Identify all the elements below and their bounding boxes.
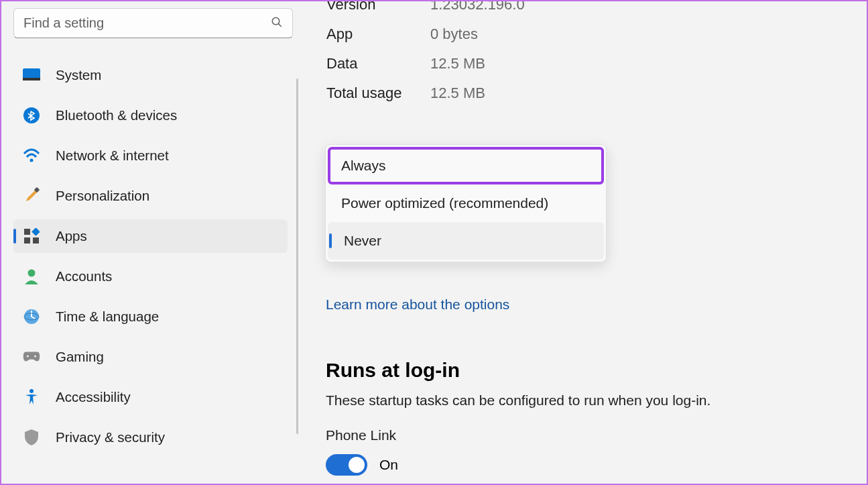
toggle-state-label: On	[379, 457, 398, 473]
dropdown-option-label: Always	[341, 158, 386, 173]
settings-nav: System Bluetooth & devices Network & int…	[13, 58, 288, 454]
sidebar-item-privacy[interactable]: Privacy & security	[13, 421, 288, 454]
info-label-app: App	[326, 25, 430, 43]
accessibility-icon	[23, 388, 40, 406]
settings-sidebar: System Bluetooth & devices Network & int…	[1, 1, 300, 484]
learn-more-block: Learn more about the options	[326, 297, 509, 313]
info-value-app: 0 bytes	[430, 25, 847, 43]
svg-point-11	[28, 270, 36, 277]
sidebar-item-label: Accessibility	[56, 389, 131, 405]
wifi-icon	[23, 147, 40, 164]
background-permissions-dropdown[interactable]: Always Power optimized (recommended) Nev…	[325, 144, 607, 262]
svg-point-0	[272, 17, 280, 25]
info-label-total: Total usage	[326, 85, 430, 102]
sidebar-item-network[interactable]: Network & internet	[13, 139, 288, 172]
sidebar-item-label: Time & language	[56, 309, 159, 325]
sidebar-item-label: Gaming	[56, 349, 104, 365]
info-value-data: 12.5 MB	[430, 55, 847, 72]
search-field-container[interactable]	[13, 8, 293, 38]
sidebar-item-label: Apps	[56, 228, 87, 244]
sidebar-item-personalization[interactable]: Personalization	[13, 179, 288, 213]
svg-rect-9	[24, 237, 30, 244]
runs-at-login-section: Runs at log-in These startup tasks can b…	[326, 359, 710, 476]
clock-globe-icon	[23, 308, 40, 325]
sidebar-item-apps[interactable]: Apps	[13, 219, 288, 253]
search-icon	[271, 16, 283, 31]
sidebar-item-label: Bluetooth & devices	[56, 107, 177, 123]
sidebar-item-accessibility[interactable]: Accessibility	[13, 380, 288, 414]
svg-rect-3	[23, 78, 40, 80]
svg-point-14	[27, 356, 29, 358]
sidebar-item-accounts[interactable]: Accounts	[13, 260, 288, 293]
sidebar-item-label: Network & internet	[56, 148, 169, 164]
startup-task-label: Phone Link	[326, 427, 710, 443]
phone-link-toggle[interactable]	[326, 454, 367, 476]
info-value-version: 1.23032.196.0	[430, 1, 847, 13]
dropdown-option-label: Never	[341, 233, 381, 248]
svg-point-5	[30, 159, 34, 162]
svg-rect-10	[33, 237, 39, 244]
sidebar-item-gaming[interactable]: Gaming	[13, 340, 288, 374]
dropdown-option-always[interactable]: Always	[328, 147, 604, 184]
info-label-data: Data	[326, 55, 430, 72]
sidebar-item-bluetooth[interactable]: Bluetooth & devices	[13, 99, 288, 132]
dropdown-option-never[interactable]: Never	[328, 222, 604, 260]
scrollbar-track[interactable]	[296, 78, 298, 434]
search-input[interactable]	[23, 15, 271, 31]
system-icon	[23, 66, 40, 84]
bluetooth-icon	[23, 107, 40, 124]
svg-point-16	[29, 389, 34, 393]
startup-task-toggle-row: On	[326, 454, 710, 476]
paintbrush-icon	[23, 187, 40, 205]
learn-more-link[interactable]: Learn more about the options	[326, 297, 509, 313]
svg-rect-7	[24, 229, 30, 235]
sidebar-item-label: Personalization	[56, 188, 149, 204]
svg-line-1	[278, 23, 282, 27]
sidebar-item-label: Privacy & security	[56, 429, 165, 445]
dropdown-option-power-optimized[interactable]: Power optimized (recommended)	[328, 184, 604, 222]
person-icon	[23, 268, 40, 285]
sidebar-item-system[interactable]: System	[13, 58, 288, 92]
info-label-version: Version	[326, 1, 430, 13]
section-title: Runs at log-in	[326, 359, 710, 382]
section-description: These startup tasks can be configured to…	[326, 392, 710, 409]
apps-icon	[23, 227, 40, 245]
info-value-total: 12.5 MB	[430, 85, 847, 102]
svg-point-15	[34, 356, 36, 358]
sidebar-item-time-language[interactable]: Time & language	[13, 300, 288, 333]
dropdown-option-label: Power optimized (recommended)	[341, 195, 548, 211]
sidebar-item-label: Accounts	[56, 268, 112, 284]
gamepad-icon	[23, 348, 40, 366]
sidebar-item-label: System	[56, 67, 101, 83]
svg-rect-8	[32, 228, 40, 236]
shield-icon	[23, 429, 40, 446]
app-info-table: Version 1.23032.196.0 App 0 bytes Data 1…	[326, 1, 847, 102]
